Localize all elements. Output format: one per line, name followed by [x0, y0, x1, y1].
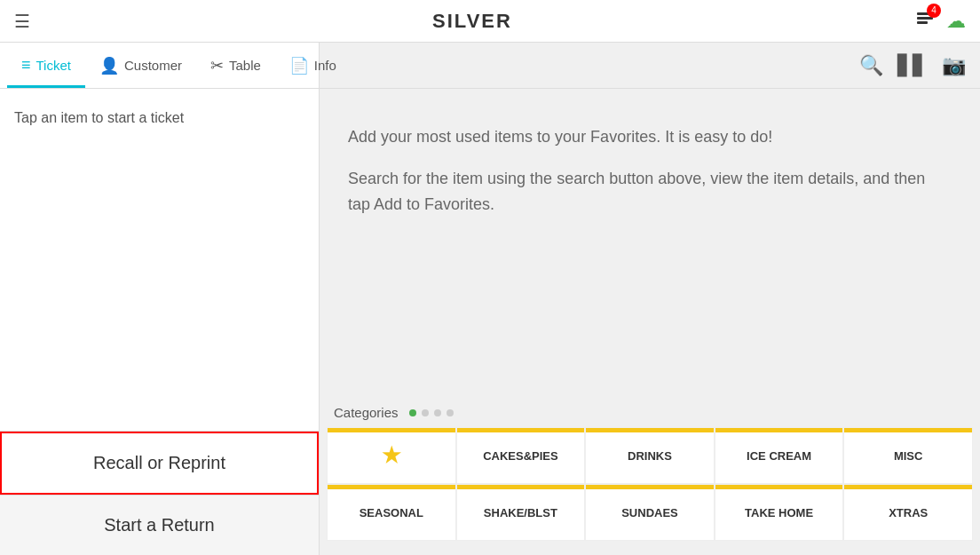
tab-ticket[interactable]: ≡ Ticket — [7, 43, 85, 88]
tab-info[interactable]: 📄 Info — [275, 43, 351, 88]
category-drinks-label: DRINKS — [628, 449, 672, 463]
categories-section: Categories ★ CAKES&PIES — [320, 398, 980, 555]
dot-3 — [434, 409, 441, 416]
barcode-icon[interactable]: ▋▋ — [897, 54, 928, 77]
app-title: SILVER — [432, 10, 512, 33]
header-icons: 4 ☁ — [914, 9, 966, 34]
category-xtras-label: XTRAS — [889, 506, 928, 519]
left-panel: ≡ Ticket 👤 Customer ✂ Table 📄 Info Tap a… — [0, 43, 320, 555]
category-shake-blst-label: SHAKE/BLST — [484, 506, 557, 519]
category-misc[interactable]: MISC — [843, 427, 973, 484]
category-rows: ★ CAKES&PIES DRINKS ICE CREAM MISC — [320, 427, 980, 548]
category-take-home[interactable]: TAKE HOME — [715, 484, 844, 541]
category-cakes-pies[interactable]: CAKES&PIES — [456, 427, 586, 484]
svg-rect-2 — [917, 21, 928, 24]
tab-customer-label: Customer — [124, 58, 182, 73]
tab-info-label: Info — [314, 58, 336, 73]
recall-reprint-button[interactable]: Recall or Reprint — [0, 432, 319, 495]
info-icon: 📄 — [289, 56, 309, 75]
bottom-buttons: Recall or Reprint Start a Return — [0, 431, 319, 555]
tab-customer[interactable]: 👤 Customer — [85, 43, 196, 88]
header: ☰ SILVER 4 ☁ — [0, 0, 980, 43]
category-ice-cream-label: ICE CREAM — [747, 449, 811, 463]
category-xtras[interactable]: XTRAS — [843, 484, 973, 541]
start-return-button[interactable]: Start a Return — [0, 495, 319, 555]
search-icon[interactable]: 🔍 — [859, 54, 883, 77]
right-topbar: 🔍 ▋▋ 📷 — [320, 43, 980, 89]
category-ice-cream[interactable]: ICE CREAM — [715, 427, 844, 484]
left-empty-message: Tap an item to start a ticket — [0, 89, 319, 431]
notification-badge: 4 — [927, 4, 941, 18]
dot-1 — [409, 409, 416, 416]
category-sundaes[interactable]: SUNDAES — [585, 484, 715, 541]
notifications-icon[interactable]: 4 — [914, 9, 936, 34]
right-content: Add your most used items to your Favorit… — [320, 89, 980, 398]
category-take-home-label: TAKE HOME — [745, 506, 813, 519]
favorites-line1: Add your most used items to your Favorit… — [348, 124, 952, 150]
favorites-line2: Search for the item using the search but… — [348, 166, 952, 218]
category-favorites[interactable]: ★ — [327, 427, 456, 484]
category-seasonal[interactable]: SEASONAL — [327, 484, 456, 541]
category-sundaes-label: SUNDAES — [621, 506, 678, 519]
camera-icon[interactable]: 📷 — [942, 54, 966, 77]
menu-icon[interactable]: ☰ — [14, 11, 30, 32]
category-row-2: SEASONAL SHAKE/BLST SUNDAES TAKE HOME XT… — [327, 484, 973, 541]
customer-icon: 👤 — [99, 56, 119, 75]
tab-bar: ≡ Ticket 👤 Customer ✂ Table 📄 Info — [0, 43, 319, 89]
ticket-icon: ≡ — [21, 56, 31, 75]
star-icon: ★ — [382, 443, 401, 468]
category-drinks[interactable]: DRINKS — [585, 427, 715, 484]
dot-4 — [447, 409, 454, 416]
category-row-1: ★ CAKES&PIES DRINKS ICE CREAM MISC — [327, 427, 973, 484]
dot-2 — [422, 409, 429, 416]
table-icon: ✂ — [210, 56, 224, 75]
category-shake-blst[interactable]: SHAKE/BLST — [456, 484, 586, 541]
categories-header: Categories — [320, 398, 980, 427]
tab-table[interactable]: ✂ Table — [196, 43, 275, 88]
tab-ticket-label: Ticket — [36, 58, 71, 73]
cloud-icon[interactable]: ☁ — [946, 10, 966, 33]
category-seasonal-label: SEASONAL — [360, 506, 423, 519]
categories-label: Categories — [334, 405, 399, 420]
category-misc-label: MISC — [894, 449, 923, 463]
empty-text: Tap an item to start a ticket — [14, 110, 184, 125]
tab-table-label: Table — [229, 58, 261, 73]
right-panel: 🔍 ▋▋ 📷 Add your most used items to your … — [320, 43, 980, 555]
dot-indicators — [409, 409, 454, 416]
category-cakes-pies-label: CAKES&PIES — [483, 449, 558, 463]
main-layout: ≡ Ticket 👤 Customer ✂ Table 📄 Info Tap a… — [0, 43, 980, 555]
